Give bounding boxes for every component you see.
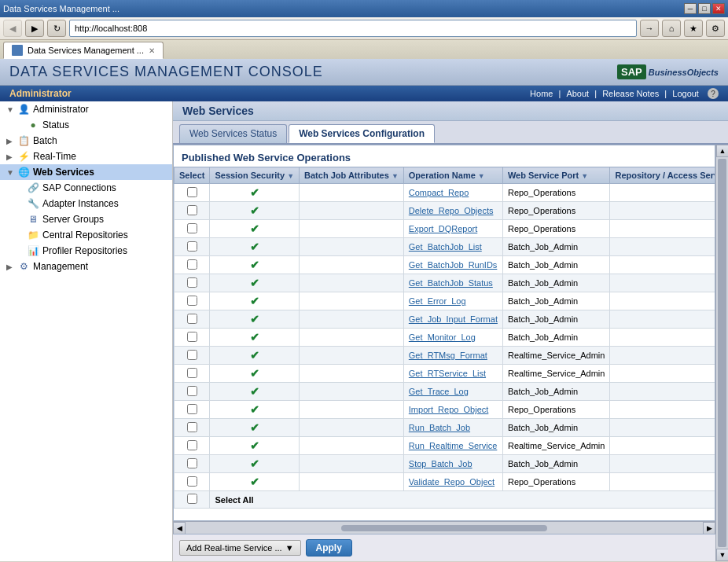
operation-name-link[interactable]: Delete_Repo_Objects [409,206,494,215]
row-checkbox-cell[interactable] [175,455,210,473]
row-checkbox[interactable] [187,277,197,288]
nav-logout[interactable]: Logout [672,89,699,98]
row-checkbox[interactable] [187,332,197,342]
row-checkbox-cell[interactable] [175,274,210,292]
help-icon[interactable]: ? [708,88,719,99]
apply-button[interactable]: Apply [306,539,352,556]
operation-name-link[interactable]: Get_RTMsg_Format [409,351,487,360]
refresh-button[interactable]: ↻ [47,20,66,37]
operation-name-link[interactable]: Run_Realtime_Service [409,441,498,450]
sidebar-item-server-groups[interactable]: 🖥 Server Groups [0,211,172,227]
row-checkbox-cell[interactable] [175,383,210,401]
settings-button[interactable]: ⚙ [706,20,725,37]
address-bar[interactable] [69,20,637,37]
operation-name-link[interactable]: Get_Trace_Log [409,387,469,396]
row-checkbox[interactable] [187,223,197,233]
sidebar-item-administrator[interactable]: ▼ 👤 Administrator [0,101,172,117]
close-button[interactable]: ✕ [712,3,725,14]
nav-release-notes[interactable]: Release Notes [602,89,659,98]
vertical-scrollbar[interactable]: ▲ ▼ [715,145,728,561]
row-checkbox-cell[interactable] [175,238,210,256]
row-checkbox-cell[interactable] [175,202,210,220]
go-button[interactable]: → [640,20,659,37]
operation-name-link[interactable]: Get_BatchJob_Status [409,278,493,288]
operation-name-link[interactable]: Export_DQReport [409,224,477,233]
row-checkbox-cell[interactable] [175,329,210,347]
row-checkbox[interactable] [187,458,197,468]
col-web-service-port[interactable]: Web Service Port ▼ [502,167,610,184]
row-checkbox-cell[interactable] [175,365,210,383]
sidebar-item-batch[interactable]: ▶ 📋 Batch [0,133,172,149]
scroll-down-button[interactable]: ▼ [716,549,728,561]
nav-about[interactable]: About [566,89,589,98]
row-checkbox[interactable] [187,350,197,360]
row-checkbox[interactable] [187,440,197,450]
row-checkbox-cell[interactable] [175,401,210,419]
col-session-security[interactable]: Session Security ▼ [210,167,300,184]
row-checkbox[interactable] [187,296,197,306]
scroll-right-button[interactable]: ▶ [703,522,715,534]
tab-close-icon[interactable]: ✕ [149,46,155,55]
row-checkbox[interactable] [187,241,197,252]
operation-name-link[interactable]: Import_Repo_Object [409,405,489,414]
operation-name-link[interactable]: Compact_Repo [409,188,469,197]
col-repository[interactable]: Repository / Access Server ▼ [610,167,715,184]
row-checkbox[interactable] [187,205,197,215]
sidebar-item-profiler-repos[interactable]: 📊 Profiler Repositories [0,243,172,259]
row-checkbox[interactable] [187,404,197,414]
row-checkbox-cell[interactable] [175,437,210,455]
scroll-left-button[interactable]: ◀ [173,522,186,534]
col-operation-name[interactable]: Operation Name ▼ [403,167,502,184]
row-checkbox-cell[interactable] [175,292,210,310]
minimize-button[interactable]: ─ [684,3,697,14]
sidebar-item-status[interactable]: ● Status [0,117,172,133]
row-checkbox-cell[interactable] [175,256,210,274]
row-checkbox[interactable] [187,314,197,324]
sidebar-item-adapter-instances[interactable]: 🔧 Adapter Instances [0,196,172,211]
row-checkbox-cell[interactable] [175,419,210,437]
scroll-up-button[interactable]: ▲ [716,145,728,157]
home-button[interactable]: ⌂ [662,20,681,37]
operation-name-cell: Get_Trace_Log [403,383,502,401]
sidebar-item-realtime[interactable]: ▶ ⚡ Real-Time [0,149,172,164]
select-all-checkbox[interactable] [187,494,197,504]
row-checkbox-cell[interactable] [175,310,210,329]
favorites-button[interactable]: ★ [684,20,703,37]
col-batch-job[interactable]: Batch Job Attributes ▼ [300,167,404,184]
operation-name-link[interactable]: Get_Monitor_Log [409,332,476,342]
tab-web-services-status[interactable]: Web Services Status [179,124,287,143]
row-checkbox[interactable] [187,187,197,197]
row-checkbox[interactable] [187,259,197,270]
forward-button[interactable]: ▶ [25,20,44,37]
add-service-dropdown[interactable]: Add Real-time Service ... ▼ [179,540,301,556]
sidebar-item-central-repos[interactable]: 📁 Central Repositories [0,227,172,243]
operation-name-link[interactable]: Get_BatchJob_List [409,242,482,252]
operation-name-link[interactable]: Validate_Repo_Object [409,477,495,487]
maximize-button[interactable]: □ [698,3,711,14]
tab-web-services-config[interactable]: Web Services Configuration [289,124,435,143]
row-checkbox-cell[interactable] [175,473,210,491]
row-checkbox-cell[interactable] [175,184,210,202]
sidebar-item-sap-connections[interactable]: 🔗 SAP Connections [0,180,172,196]
row-checkbox[interactable] [187,422,197,432]
row-checkbox[interactable] [187,386,197,396]
back-button[interactable]: ◀ [3,20,22,37]
operation-name-link[interactable]: Get_Error_Log [409,296,466,306]
nav-user: Administrator [9,88,72,99]
operation-name-link[interactable]: Get_Job_Input_Format [409,314,498,324]
row-checkbox[interactable] [187,476,197,487]
browser-tab-active[interactable]: Data Services Management ... ✕ [3,42,164,59]
sidebar-item-webservices[interactable]: ▼ 🌐 Web Services [0,164,172,180]
row-checkbox-cell[interactable] [175,220,210,238]
horizontal-scrollbar[interactable]: ◀ ▶ [173,521,715,534]
operation-name-link[interactable]: Get_RTService_List [409,369,486,378]
select-all-checkbox-cell[interactable] [175,491,210,509]
operation-name-link[interactable]: Get_BatchJob_RunIDs [409,260,498,270]
operation-name-link[interactable]: Stop_Batch_Job [409,459,472,468]
sidebar-item-management[interactable]: ▶ ⚙ Management [0,259,172,274]
operation-name-link[interactable]: Run_Batch_Job [409,423,470,432]
nav-home[interactable]: Home [530,89,553,98]
row-checkbox[interactable] [187,368,197,378]
row-checkbox-cell[interactable] [175,347,210,365]
col-select[interactable]: Select [175,167,210,184]
